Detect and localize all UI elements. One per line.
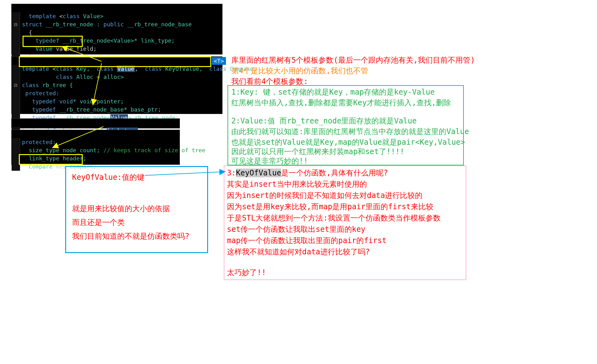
kw: class: [97, 65, 113, 72]
note-red-1: 库里面的红黑树有5个模板参数(最后一个跟内存池有关,我们目前不用管): [231, 55, 475, 66]
kw: template: [22, 65, 49, 72]
note-g4: 由此我们就可以知道:库里面的红黑树节点当中存放的就是这里的Value: [231, 127, 469, 137]
kw: public: [103, 21, 124, 28]
note-orange-1: 第4个是比较大小用的仿函数,我们也不管: [231, 66, 368, 76]
cmt: // keeps track of size of tree: [100, 147, 205, 153]
note-b4: 我们目前知道的不就是仿函数类吗?: [72, 231, 189, 242]
note-b2: 就是用来比较值的大小的依据: [72, 204, 170, 214]
t: __rb_tree_node :: [42, 21, 103, 28]
code-block-4: protected: size_type node_count; // keep…: [11, 130, 180, 165]
kw: protected:: [25, 90, 59, 96]
note-g3: 2:Value:值 而rb_tree_node里面存放的就是Value: [231, 116, 417, 127]
t: KeyOfValue,: [162, 65, 209, 72]
note-g5: 也就是说set的Value就是Key,map的Value就是pair<Key,V…: [231, 137, 465, 148]
kw: Compare: [29, 163, 53, 170]
t: 3:: [227, 169, 236, 177]
note-p2: 因为insert的时候我们是不知道如何去对data进行比较的: [227, 190, 423, 201]
t: 是一个仿函数,具体有什么用呢?: [281, 169, 388, 177]
note-p8: 太巧妙了!!: [227, 268, 266, 278]
highlight-text: KeyOfValue: [236, 169, 281, 177]
t: ,: [135, 65, 145, 72]
code-block-2: template <class Key, class Value, class …: [11, 56, 223, 114]
code-block-1: template <class Value> ⊟struct __rb_tree…: [11, 4, 223, 55]
note-p1: 其实是insert当中用来比较元素时使用的: [227, 179, 367, 190]
t: <: [56, 13, 63, 19]
code-block-3: typedef rb_tree_node* link_type;: [11, 118, 180, 128]
note-p4: 于是STL大佬就想到一个方法:我设置一个仿函数类当作模板参数: [227, 213, 441, 224]
kw: typedef: [35, 37, 59, 44]
kw: class: [145, 65, 162, 72]
kw: Value: [35, 45, 52, 52]
template-badge: <T>: [212, 57, 226, 65]
kw: typedef: [32, 98, 56, 105]
kw: typedef: [32, 106, 56, 113]
note-b3: 而且还是一个类: [72, 217, 125, 228]
t: * void_pointer;: [73, 98, 124, 105]
note-b1: KeyOfValue:值的键: [72, 172, 144, 183]
kw: void: [56, 98, 73, 105]
t: link_type header;: [29, 155, 86, 162]
note-p7: 这样我不就知道如何对data进行比较了吗?: [227, 247, 370, 257]
t: Alloc = alloc>: [73, 74, 124, 80]
t: rb_tree {: [39, 82, 73, 88]
t: [114, 65, 117, 72]
kw: class: [63, 13, 80, 19]
kw: struct: [22, 21, 42, 28]
t: size_type node_count;: [29, 147, 100, 153]
kw: class: [56, 65, 73, 72]
kw: protected:: [22, 139, 56, 145]
kw: class: [209, 65, 226, 72]
t: value_field;: [53, 45, 97, 52]
t: Key,: [73, 65, 97, 72]
kw: class: [56, 74, 73, 80]
note-g6: 因此就可以只用一个红黑树来封装map和set了!!!!: [231, 147, 405, 157]
note-p5: set传一个仿函数让我取出set里面的key: [227, 224, 365, 235]
t: <: [49, 65, 56, 72]
t: {: [29, 29, 32, 36]
note-p0: 3:KeyOfValue是一个仿函数,具体有什么用呢?: [227, 168, 388, 179]
note-g7: 可见这是非常巧妙的!!: [231, 156, 308, 167]
note-p6: map传一个仿函数让我取出里面的pair的first: [227, 236, 386, 246]
t: __rb_tree_node_base: [124, 21, 192, 28]
sel-value: Value: [117, 65, 134, 72]
note-g2: 红黑树当中插入,查找,删除都是需要Key才能进行插入,查找,删除: [231, 98, 451, 108]
t: __rb_tree_node<Value>* link_type;: [59, 37, 175, 44]
t: __rb_tree_node_base* base_ptr;: [56, 106, 161, 113]
kw: template: [29, 13, 56, 19]
kw: class: [22, 82, 39, 88]
note-g1: 1:Key: 键，set存储的就是Key，map存储的是key-Value: [231, 87, 435, 98]
t: Value>: [80, 13, 103, 19]
note-p3: 因为set是用key来比较,而map是用pair里面的first来比较: [227, 202, 433, 212]
